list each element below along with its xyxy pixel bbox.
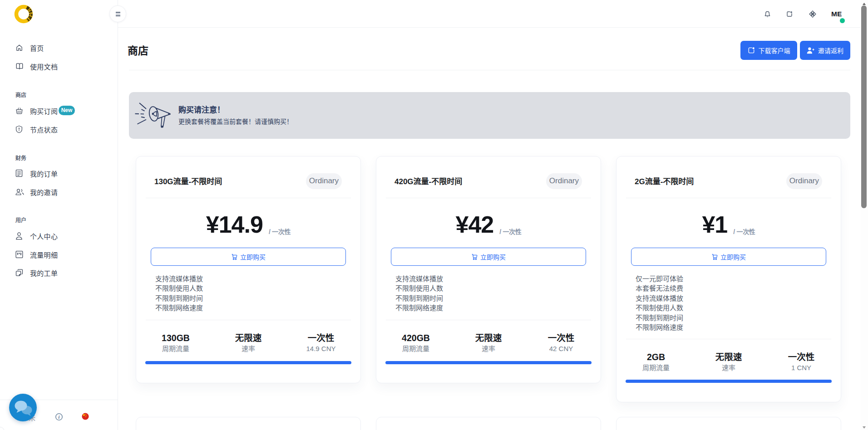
svg-text:i: i xyxy=(59,415,60,420)
